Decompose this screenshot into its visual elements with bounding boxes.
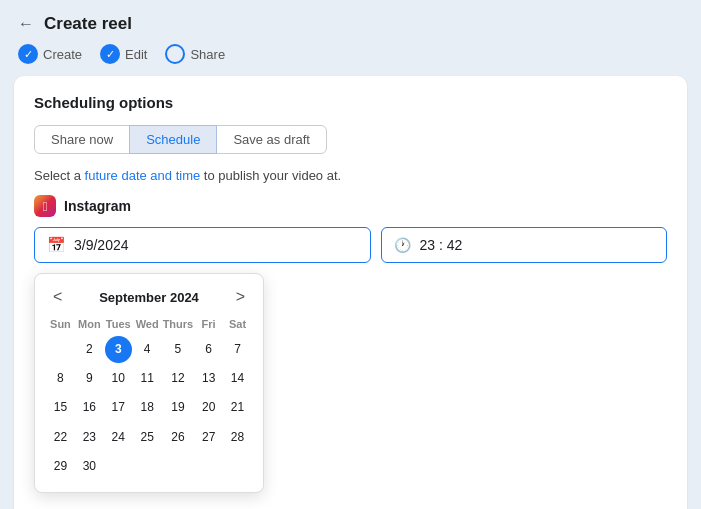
calendar-icon: 📅 <box>47 236 66 254</box>
day-header-fri: Fri <box>195 316 222 334</box>
cal-day-14[interactable]: 14 <box>224 365 251 392</box>
calendar-month-year: September 2024 <box>99 290 199 305</box>
cal-day-23[interactable]: 23 <box>76 424 103 451</box>
section-title: Scheduling options <box>34 94 667 111</box>
steps-bar: ✓ Create ✓ Edit Share <box>0 44 701 76</box>
cal-day-4[interactable]: 4 <box>134 336 161 363</box>
cal-day-2[interactable]: 2 <box>76 336 103 363</box>
page-title: Create reel <box>44 14 132 34</box>
cal-day-13[interactable]: 13 <box>195 365 222 392</box>
step-edit: ✓ Edit <box>100 44 147 64</box>
cal-day-27[interactable]: 27 <box>195 424 222 451</box>
step-share-icon <box>165 44 185 64</box>
step-create-label: Create <box>43 47 82 62</box>
calendar-prev-button[interactable]: < <box>47 286 68 308</box>
day-header-tues: Tues <box>105 316 132 334</box>
schedule-subtitle: Select a future date and time to publish… <box>34 168 667 183</box>
day-header-thurs: Thurs <box>163 316 194 334</box>
day-header-sun: Sun <box>47 316 74 334</box>
time-input[interactable]: 🕐 23 : 42 <box>381 227 667 263</box>
cal-day-7[interactable]: 7 <box>224 336 251 363</box>
platform-row:  Instagram <box>34 195 667 217</box>
date-time-row: 📅 3/9/2024 🕐 23 : 42 <box>34 227 667 263</box>
cal-day-empty <box>47 336 74 363</box>
day-header-sat: Sat <box>224 316 251 334</box>
cal-day-21[interactable]: 21 <box>224 394 251 421</box>
date-value: 3/9/2024 <box>74 237 129 253</box>
cal-day-17[interactable]: 17 <box>105 394 132 421</box>
cal-day-8[interactable]: 8 <box>47 365 74 392</box>
cal-day-24[interactable]: 24 <box>105 424 132 451</box>
platform-name: Instagram <box>64 198 131 214</box>
cal-day-25[interactable]: 25 <box>134 424 161 451</box>
step-share-label: Share <box>190 47 225 62</box>
cal-day-30[interactable]: 30 <box>76 453 103 480</box>
step-create-icon: ✓ <box>18 44 38 64</box>
cal-day-20[interactable]: 20 <box>195 394 222 421</box>
back-button[interactable]: ← <box>18 15 34 33</box>
time-value: 23 : 42 <box>419 237 462 253</box>
cal-day-15[interactable]: 15 <box>47 394 74 421</box>
cal-day-10[interactable]: 10 <box>105 365 132 392</box>
step-create: ✓ Create <box>18 44 82 64</box>
calendar-header: < September 2024 > <box>47 286 251 308</box>
step-edit-label: Edit <box>125 47 147 62</box>
cal-day-19[interactable]: 19 <box>163 394 194 421</box>
step-edit-icon: ✓ <box>100 44 120 64</box>
cal-day-3[interactable]: 3 <box>105 336 132 363</box>
tab-bar: Share now Schedule Save as draft <box>34 125 667 154</box>
day-header-wed: Wed <box>134 316 161 334</box>
cal-day-22[interactable]: 22 <box>47 424 74 451</box>
instagram-icon:  <box>34 195 56 217</box>
cal-day-28[interactable]: 28 <box>224 424 251 451</box>
cal-day-6[interactable]: 6 <box>195 336 222 363</box>
cal-day-5[interactable]: 5 <box>163 336 194 363</box>
date-input[interactable]: 📅 3/9/2024 <box>34 227 371 263</box>
calendar-grid: Sun Mon Tues Wed Thurs Fri Sat 2 3 4 5 6… <box>47 316 251 480</box>
cal-day-12[interactable]: 12 <box>163 365 194 392</box>
header: ← Create reel <box>0 0 701 44</box>
main-card: Scheduling options Share now Schedule Sa… <box>14 76 687 509</box>
cal-day-18[interactable]: 18 <box>134 394 161 421</box>
step-share: Share <box>165 44 225 64</box>
calendar-popup: < September 2024 > Sun Mon Tues Wed Thur… <box>34 273 264 493</box>
cal-day-16[interactable]: 16 <box>76 394 103 421</box>
calendar-next-button[interactable]: > <box>230 286 251 308</box>
tab-schedule[interactable]: Schedule <box>129 125 217 154</box>
tab-share-now[interactable]: Share now <box>34 125 130 154</box>
tab-save-draft[interactable]: Save as draft <box>216 125 327 154</box>
day-header-mon: Mon <box>76 316 103 334</box>
cal-day-9[interactable]: 9 <box>76 365 103 392</box>
subtitle-link[interactable]: future date and time <box>85 168 201 183</box>
clock-icon: 🕐 <box>394 237 411 253</box>
cal-day-11[interactable]: 11 <box>134 365 161 392</box>
cal-day-26[interactable]: 26 <box>163 424 194 451</box>
cal-day-29[interactable]: 29 <box>47 453 74 480</box>
